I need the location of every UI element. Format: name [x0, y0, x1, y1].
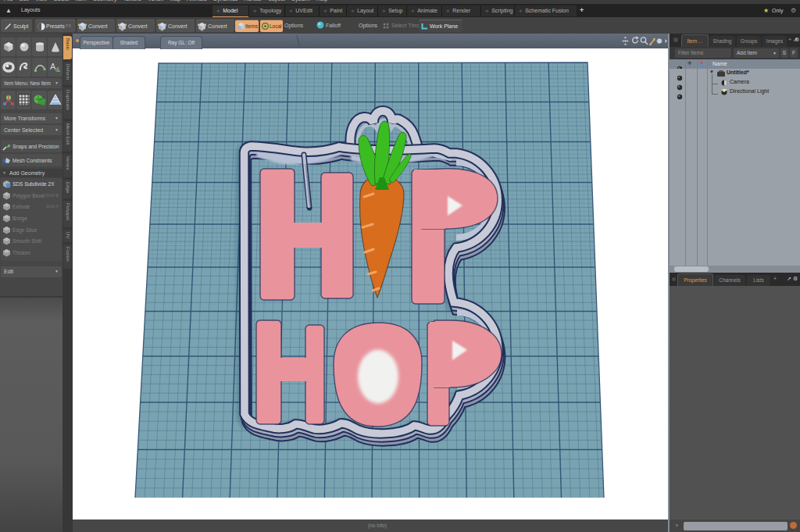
svg-text:&: &	[55, 66, 60, 73]
